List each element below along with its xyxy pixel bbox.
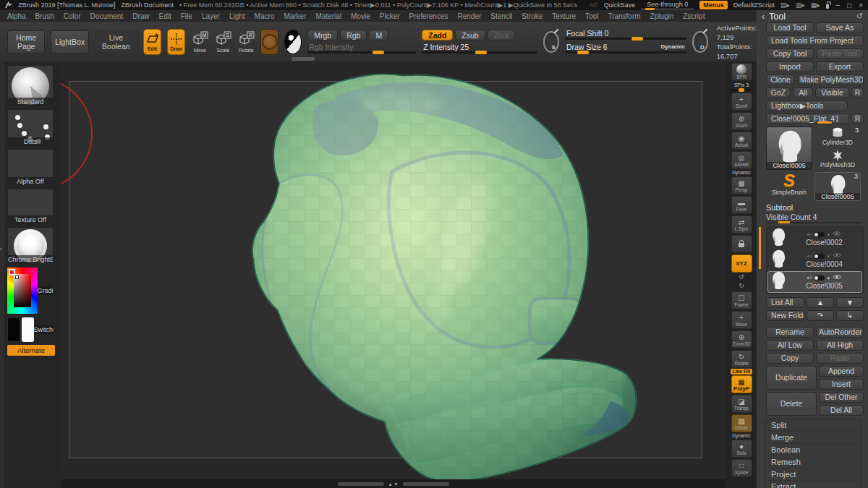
shelf-move-button[interactable]: +Move (731, 311, 752, 329)
subtool-thumbnail[interactable] (770, 271, 786, 293)
menu-alpha[interactable]: Alpha (7, 12, 26, 20)
left-item-material-chrome[interactable]: Chrome BrightBl (7, 227, 54, 265)
rotate-button[interactable]: R Rotate (237, 31, 255, 53)
section-merge[interactable]: Merge (765, 432, 861, 444)
del-other-button[interactable]: Del Other (819, 392, 864, 403)
live-boolean-button[interactable]: Live Boolean (95, 30, 137, 53)
eye-icon[interactable] (833, 231, 841, 238)
subtool-row[interactable]: ↩◐Close!0004 (767, 249, 862, 271)
panel-back-icon[interactable]: ‹ (762, 12, 765, 22)
current-color-chip[interactable] (9, 269, 15, 275)
color-picker[interactable] (7, 267, 38, 314)
quicksave-button[interactable]: QuickSave (604, 1, 636, 9)
active-tool-slider[interactable]: Close!0005_Flat. 41 (766, 114, 849, 124)
menu-zplugin[interactable]: Zplugin (650, 12, 674, 20)
import-button[interactable]: Import (766, 61, 814, 72)
left-item-texture-off[interactable]: Texture Off (7, 189, 54, 225)
sculpt-model-helmet[interactable] (61, 61, 726, 479)
eye-icon[interactable] (833, 252, 841, 260)
menu-layer[interactable]: Layer (202, 12, 220, 20)
subtool-row[interactable]: ↩◐Close!0005 (767, 271, 862, 293)
menu-macro[interactable]: Macro (255, 12, 275, 20)
polypaint-icon[interactable]: ◐ (827, 253, 830, 260)
shelf-bpr-button[interactable]: BPR (731, 63, 752, 81)
section-split[interactable]: Split (765, 419, 861, 432)
left-item-color-gradient[interactable]: Gradient (7, 267, 54, 314)
panel-refresh-icon[interactable]: ↺ (856, 12, 863, 21)
tool-thumb-polymesh3d[interactable]: PolyMesh3D (814, 149, 861, 170)
m-button[interactable]: M (369, 30, 388, 40)
stroke-preview-button[interactable] (260, 29, 278, 55)
focal-shift-slider[interactable]: Focal Shift 0 (565, 29, 686, 40)
menu-light[interactable]: Light (229, 12, 245, 20)
left-item-alternate-button[interactable]: Alternate (7, 345, 54, 356)
branch-arrow-button[interactable]: ↳ (836, 310, 864, 321)
shelf-polyf-button[interactable]: ▦PolyF (731, 375, 752, 393)
menus-button[interactable]: Menus (699, 1, 728, 9)
secondary-color-swatch[interactable] (22, 317, 33, 342)
tool-thumb-simplebrush[interactable]: S SimpleBrush (766, 172, 812, 201)
polypaint-icon[interactable]: ◐ (827, 275, 830, 281)
shelf-aahalf-button[interactable]: ◎AAHalf (731, 151, 752, 169)
load-tools-from-project-button[interactable]: Load Tools From Project (766, 35, 864, 46)
delete-button[interactable]: Delete (766, 392, 817, 416)
main-color-swatch[interactable] (7, 317, 20, 342)
append-button[interactable]: Append (819, 366, 864, 377)
goz-button[interactable]: GoZ (766, 87, 791, 98)
left-item-alpha-off[interactable]: Alpha Off (7, 149, 54, 187)
menu-document[interactable]: Document (90, 12, 124, 20)
shelf-spix-slider[interactable]: SPix 3 (731, 82, 752, 91)
menu-file[interactable]: File (181, 12, 192, 20)
switch-color-swatches[interactable] (7, 317, 34, 342)
stroke-dial-icon[interactable]: S (543, 31, 559, 53)
visibility-pill-icon[interactable] (814, 232, 825, 237)
all-low-button[interactable]: All Low (766, 340, 814, 351)
default-zscript-button[interactable]: DefaultZScript (733, 1, 775, 9)
subtool-row[interactable]: ↩◐Close!0002 (767, 228, 862, 249)
section-project[interactable]: Project (765, 468, 861, 481)
home-page-button[interactable]: Home Page (7, 30, 45, 53)
restore-button[interactable]: □ (846, 1, 852, 9)
shelf-lock-icon[interactable] (731, 235, 752, 253)
alternate-button[interactable]: Alternate (7, 345, 55, 356)
menu-preferences[interactable]: Preferences (409, 12, 448, 20)
draw-dial-icon[interactable]: D (692, 31, 708, 53)
move-button[interactable]: M Move (191, 31, 208, 53)
copy-button[interactable]: Copy (766, 353, 814, 364)
visible-count-slider[interactable]: Visible Count 4 (766, 213, 861, 223)
scroll-handle-left[interactable] (338, 482, 384, 486)
edit-button[interactable]: Edit (143, 29, 161, 55)
save-as-button[interactable]: Save As (816, 22, 864, 33)
all-high-button[interactable]: All High (816, 340, 864, 351)
shelf-lsym-button[interactable]: ⇄L.Sym (731, 215, 752, 234)
zadd-button[interactable]: Zadd (422, 30, 453, 40)
z-intensity-slider[interactable]: Z Intensity 25 (422, 43, 537, 54)
draw-size-slider[interactable]: Draw Size 6 Dynamic (565, 43, 686, 54)
minimize-button[interactable]: − (835, 1, 841, 9)
shelf-zoom-button[interactable]: ⊕Zoom (731, 112, 752, 130)
scale-button[interactable]: S Scale (214, 31, 231, 53)
list-all-button[interactable]: List All (766, 297, 804, 308)
shelf-drag-handle[interactable] (292, 57, 315, 61)
paste-button[interactable]: Paste (816, 353, 864, 364)
goz-visible-button[interactable]: Visible (815, 87, 849, 98)
section-extract[interactable]: Extract (765, 481, 861, 488)
rename-button[interactable]: Rename (766, 327, 814, 338)
shelf-actual-button[interactable]: ◉Actual (731, 132, 752, 150)
tool-thumb-active[interactable]: Close!0005 (766, 127, 812, 170)
goz-r-button[interactable]: R (851, 87, 864, 98)
menu-brush[interactable]: Brush (35, 12, 54, 20)
rgb-intensity-slider[interactable]: Rgb Intensity (307, 43, 416, 54)
menu-movie[interactable]: Movie (351, 12, 370, 20)
link-icon[interactable]: ↩ (807, 253, 812, 260)
menu-marker[interactable]: Marker (284, 12, 306, 20)
insert-button[interactable]: Insert (819, 379, 864, 390)
shelf-spin-right-icon[interactable]: ↻ (736, 282, 747, 291)
lightbox-button[interactable]: LightBox (51, 30, 88, 53)
lightbox-tools-button[interactable]: Lightbox▶Tools (766, 100, 848, 111)
make-polymesh3d-button[interactable]: Make PolyMesh3D (797, 74, 864, 85)
visibility-pill-icon[interactable] (814, 275, 825, 281)
move-down-button[interactable]: ▼ (836, 297, 864, 308)
tool-thumb-close0005[interactable]: 3 Close!0005 (814, 172, 861, 201)
menu-material[interactable]: Material (316, 12, 342, 20)
